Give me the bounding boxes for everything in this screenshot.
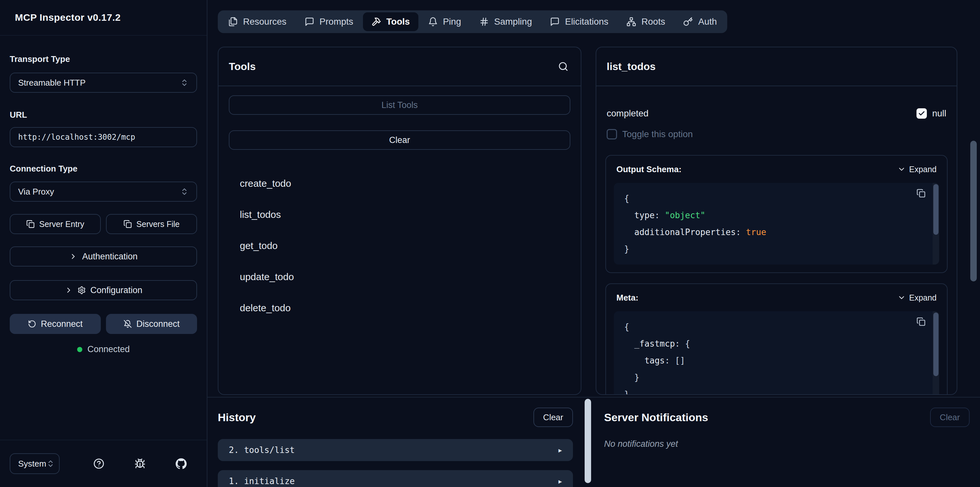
- tab-roots[interactable]: Roots: [618, 12, 673, 31]
- sidebar: MCP Inspector v0.17.2 Transport Type Str…: [0, 0, 207, 487]
- history-item-initialize[interactable]: 1. initialize ▶: [218, 470, 573, 487]
- tab-resources[interactable]: Resources: [220, 12, 295, 31]
- code-scrollbar[interactable]: [933, 183, 939, 265]
- meta-title: Meta:: [616, 293, 638, 303]
- output-schema-header: Output Schema: Expand: [606, 156, 947, 183]
- bug-report-button[interactable]: [135, 458, 145, 469]
- toggle-option-checkbox[interactable]: [607, 129, 617, 139]
- tool-detail-body: completed null Toggle this option Output…: [596, 107, 957, 395]
- sidebar-header: MCP Inspector v0.17.2: [0, 0, 207, 36]
- chevrons-up-down-icon: [180, 187, 189, 196]
- tab-label: Elicitations: [565, 16, 608, 27]
- sidebar-body: Transport Type Streamable HTTP URL Conne…: [0, 36, 207, 354]
- search-button[interactable]: [558, 61, 568, 72]
- connection-type-select[interactable]: Via Proxy: [10, 182, 197, 202]
- toggle-option-row: Toggle this option: [605, 129, 948, 139]
- reconnect-button[interactable]: Reconnect: [10, 314, 101, 334]
- code-scrollbar-thumb[interactable]: [933, 313, 939, 376]
- transport-type-label: Transport Type: [10, 54, 197, 64]
- history-clear-button[interactable]: Clear: [533, 407, 573, 427]
- server-entry-button[interactable]: Server Entry: [10, 214, 101, 234]
- chevron-down-icon: [897, 165, 906, 174]
- tab-label: Sampling: [494, 16, 532, 27]
- notifications-panel: Server Notifications Clear No notificati…: [604, 398, 970, 487]
- authentication-button[interactable]: Authentication: [10, 246, 197, 267]
- chevrons-up-down-icon: [180, 78, 189, 87]
- configuration-button[interactable]: Configuration: [10, 280, 197, 300]
- notifications-header: Server Notifications Clear: [604, 407, 970, 427]
- disconnect-button[interactable]: Disconnect: [106, 314, 197, 334]
- tools-panel-header: Tools: [218, 47, 581, 86]
- meta-expand-toggle[interactable]: Expand: [897, 293, 937, 302]
- expand-label: Expand: [909, 165, 937, 174]
- history-title: History: [218, 411, 256, 424]
- notifications-title: Server Notifications: [604, 411, 708, 424]
- page-scrollbar[interactable]: [970, 0, 977, 487]
- expand-label: Expand: [909, 293, 937, 302]
- code-scrollbar[interactable]: [933, 311, 939, 395]
- url-input[interactable]: [10, 127, 197, 147]
- tab-label: Resources: [243, 16, 286, 27]
- tool-item-delete-todo[interactable]: delete_todo: [229, 296, 570, 320]
- chevron-right-icon: [69, 252, 78, 261]
- history-item-label: 2. tools/list: [229, 445, 295, 455]
- tab-label: Roots: [641, 16, 665, 27]
- tools-panel: Tools List Tools Clear create_todo list_…: [218, 47, 581, 395]
- notifications-clear-button[interactable]: Clear: [930, 407, 970, 427]
- history-item-tools-list[interactable]: 2. tools/list ▶: [218, 439, 573, 461]
- github-button[interactable]: [176, 458, 187, 469]
- tab-sampling[interactable]: Sampling: [471, 12, 541, 31]
- servers-file-button[interactable]: Servers File: [106, 214, 197, 234]
- tab-ping[interactable]: Ping: [420, 12, 469, 31]
- null-label: null: [932, 108, 946, 119]
- disconnect-label: Disconnect: [137, 319, 180, 329]
- connection-type-value: Via Proxy: [18, 187, 54, 197]
- tool-detail-title: list_todos: [607, 61, 655, 73]
- meta-section: Meta: Expand { _fastmcp: { tags: [] }}: [605, 283, 948, 395]
- code-scrollbar-thumb[interactable]: [933, 184, 939, 235]
- tab-auth[interactable]: Auth: [675, 12, 725, 31]
- tab-prompts[interactable]: Prompts: [296, 12, 362, 31]
- copy-button[interactable]: [916, 189, 926, 200]
- tab-bar: Resources Prompts Tools Ping Sampling El…: [218, 10, 727, 33]
- history-scrollbar-thumb[interactable]: [585, 399, 591, 483]
- tool-item-update-todo[interactable]: update_todo: [229, 265, 570, 289]
- output-schema-code: { type: "object" additionalProperties: t…: [614, 183, 939, 265]
- null-control: null: [916, 108, 946, 119]
- footer-icons: [93, 458, 187, 469]
- theme-select[interactable]: System: [10, 453, 60, 474]
- output-schema-expand-toggle[interactable]: Expand: [897, 165, 937, 174]
- tool-item-list-todos[interactable]: list_todos: [229, 203, 570, 226]
- param-row-completed: completed null: [605, 107, 948, 120]
- chevron-right-icon: [65, 286, 73, 294]
- clear-tools-button[interactable]: Clear: [229, 130, 570, 150]
- list-tools-button[interactable]: List Tools: [229, 95, 570, 115]
- key-icon: [683, 17, 693, 27]
- search-icon: [558, 61, 568, 72]
- help-button[interactable]: [93, 458, 104, 469]
- tool-item-create-todo[interactable]: create_todo: [229, 172, 570, 195]
- history-scrollbar[interactable]: [585, 399, 591, 486]
- entry-buttons-row: Server Entry Servers File: [10, 214, 197, 234]
- tool-item-get-todo[interactable]: get_todo: [229, 234, 570, 257]
- copy-icon: [124, 220, 132, 228]
- page-scrollbar-thumb[interactable]: [970, 141, 977, 281]
- servers-file-label: Servers File: [137, 219, 180, 229]
- tools-panel-title: Tools: [229, 61, 256, 73]
- message-square-icon: [550, 17, 560, 27]
- transport-type-select[interactable]: Streamable HTTP: [10, 73, 197, 93]
- mcp-inspector-app: MCP Inspector v0.17.2 Transport Type Str…: [0, 0, 980, 487]
- chevron-down-icon: [897, 294, 906, 302]
- null-checkbox[interactable]: [916, 108, 927, 119]
- theme-value: System: [18, 459, 46, 469]
- check-icon: [918, 110, 925, 117]
- reconnect-label: Reconnect: [41, 319, 83, 329]
- tab-tools[interactable]: Tools: [363, 12, 418, 31]
- output-schema-section: Output Schema: Expand { type: "object" a…: [605, 155, 948, 273]
- tools-body: List Tools Clear create_todo list_todos …: [218, 86, 581, 320]
- copy-button[interactable]: [916, 317, 926, 329]
- toggle-option-label: Toggle this option: [622, 129, 693, 139]
- tab-elicitations[interactable]: Elicitations: [541, 12, 617, 31]
- connection-buttons-row: Reconnect Disconnect: [10, 314, 197, 334]
- server-entry-label: Server Entry: [39, 219, 84, 229]
